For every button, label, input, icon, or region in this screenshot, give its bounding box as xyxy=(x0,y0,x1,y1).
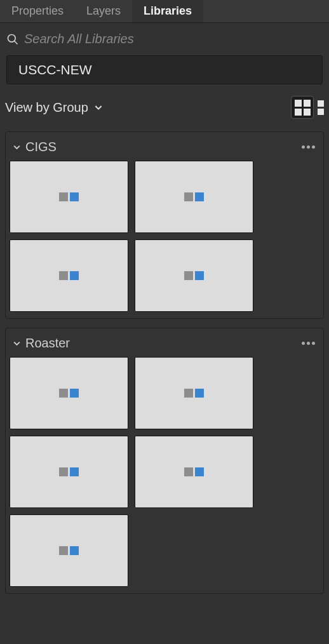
asset-preview-icon xyxy=(184,467,204,476)
view-by-label: View by Group xyxy=(5,100,88,115)
search-row xyxy=(0,23,329,55)
panel-tabs: Properties Layers Libraries xyxy=(0,0,329,23)
asset-preview-icon xyxy=(59,192,79,201)
library-selector-label: USCC-NEW xyxy=(18,62,92,77)
grid-icon xyxy=(295,100,311,116)
group-thumbs xyxy=(10,161,319,312)
chevron-down-icon xyxy=(12,142,22,152)
view-grid-button[interactable] xyxy=(291,96,314,119)
group-header: CIGS xyxy=(10,136,319,161)
group-more-button[interactable] xyxy=(299,342,317,345)
library-item-thumb[interactable] xyxy=(135,239,253,312)
library-item-thumb[interactable] xyxy=(10,239,128,312)
group-more-button[interactable] xyxy=(299,145,317,149)
library-item-thumb[interactable] xyxy=(135,161,253,233)
group-title: CIGS xyxy=(25,140,57,154)
library-item-thumb[interactable] xyxy=(10,357,128,429)
group-title: Roaster xyxy=(25,336,70,351)
ellipsis-icon xyxy=(302,342,305,345)
group-header: Roaster xyxy=(10,332,319,357)
chevron-down-icon xyxy=(12,339,22,348)
tab-properties[interactable]: Properties xyxy=(0,0,75,22)
group-roaster: Roaster xyxy=(5,328,324,594)
asset-preview-icon xyxy=(59,467,79,476)
group-toggle[interactable]: Roaster xyxy=(12,336,70,351)
library-item-thumb[interactable] xyxy=(10,436,128,508)
asset-preview-icon xyxy=(184,389,204,398)
asset-preview-icon xyxy=(59,271,79,280)
view-list-button[interactable] xyxy=(316,96,325,119)
library-item-thumb[interactable] xyxy=(135,357,253,429)
group-cigs: CIGS xyxy=(5,131,324,319)
chevron-down-icon xyxy=(93,102,104,112)
view-mode-buttons xyxy=(291,96,325,119)
asset-preview-icon xyxy=(184,192,204,201)
search-input[interactable] xyxy=(24,32,321,46)
library-groups: CIGS Roaster xyxy=(0,131,329,594)
asset-preview-icon xyxy=(184,271,204,280)
tab-layers[interactable]: Layers xyxy=(75,0,132,22)
view-row: View by Group xyxy=(0,92,329,131)
ellipsis-icon xyxy=(302,145,305,149)
list-icon xyxy=(318,100,324,115)
svg-line-1 xyxy=(15,41,18,44)
library-item-thumb[interactable] xyxy=(10,514,128,587)
library-selector[interactable]: USCC-NEW xyxy=(6,55,323,84)
view-by-dropdown[interactable]: View by Group xyxy=(4,100,104,115)
group-thumbs xyxy=(10,357,319,587)
asset-preview-icon xyxy=(59,389,79,398)
library-item-thumb[interactable] xyxy=(10,161,128,233)
search-icon xyxy=(6,33,19,46)
library-item-thumb[interactable] xyxy=(135,436,253,508)
svg-point-0 xyxy=(8,34,16,42)
group-toggle[interactable]: CIGS xyxy=(12,140,57,154)
asset-preview-icon xyxy=(59,546,79,555)
tab-libraries[interactable]: Libraries xyxy=(132,0,203,22)
